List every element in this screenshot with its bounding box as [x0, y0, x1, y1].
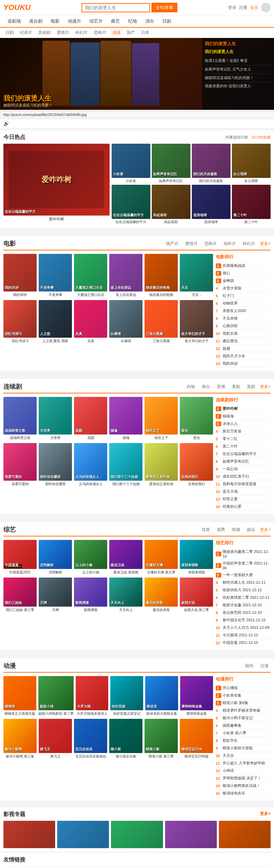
nav-zongyipian[interactable]: 综艺片: [85, 15, 107, 27]
hot-item-7[interactable]: 风起洛阳 风起洛阳: [152, 185, 190, 224]
movie-rank-9[interactable]: 9心路历程: [216, 322, 271, 330]
movie-rank-12[interactable]: 12超越: [216, 345, 271, 352]
topic-item-1[interactable]: [3, 821, 55, 848]
variety-card-5[interactable]: 主播好主播 主播好主播 第九季: [145, 540, 178, 575]
topic-item-3[interactable]: [111, 821, 163, 848]
variety-card-9[interactable]: 新闻调查 新闻调查: [74, 578, 107, 612]
movie-rank-2[interactable]: 2雄心: [216, 270, 271, 277]
sub-nav-qitaju[interactable]: 其他剧: [36, 29, 53, 36]
drama-tab-meiju[interactable]: 美剧: [230, 383, 242, 390]
anim-rank-1[interactable]: 1开心继续: [216, 684, 271, 692]
movie-card-3[interactable]: 大魔域之维口出击 大魔域之维口出击: [74, 254, 107, 297]
anim-card-8[interactable]: 路飞王 路飞王: [39, 719, 72, 759]
hot-item-featured[interactable]: 爱咋咋树 住在云端温馨的平方 爱咋咋树: [3, 144, 110, 224]
sub-nav-kongbu[interactable]: 恐怖片: [92, 29, 108, 36]
movie-tab-aiqing[interactable]: 爱情片: [183, 240, 200, 247]
anim-card-1[interactable]: 猪猪侠 猪猪侠之大英雄无敌: [3, 676, 36, 716]
search-input[interactable]: [82, 3, 150, 12]
sub-nav-aiqingpian[interactable]: 爱情片: [55, 29, 71, 36]
movie-rank-1[interactable]: 1长期视角战战: [216, 262, 271, 270]
movie-tab-kehuan[interactable]: 科幻片: [241, 240, 257, 247]
movie-card-10[interactable]: 白暴情 白暴情: [109, 300, 142, 344]
drama-rank-3[interactable]: 3冰块人人: [216, 420, 271, 428]
variety-tab-youzhi[interactable]: 优质: [200, 526, 212, 533]
drama-card-7[interactable]: 亲爱可爱的 亲爱可爱的: [3, 443, 37, 487]
movie-card-12[interactable]: 老大爷们的才子 老大爷们的才子: [180, 300, 213, 344]
movie-rank-3[interactable]: 3金蝉脱: [216, 277, 271, 285]
anim-rank-2[interactable]: 2小欢喜全集: [216, 692, 271, 699]
variety-rank-12[interactable]: 12中国音最 2021-12-10: [216, 639, 271, 647]
nav-gangtaiju[interactable]: 港台剧: [25, 15, 47, 27]
anim-rank-4[interactable]: 4精灵梦叶罗丽冰雪奇缘: [216, 707, 271, 714]
topic-more[interactable]: 更多>: [260, 811, 271, 818]
anim-card-5[interactable]: 探侦龙 探侦龙的大探险全集: [145, 676, 178, 716]
drama-card-2[interactable]: 大世界 大世界: [39, 397, 72, 440]
hot-24h-tab[interactable]: 24小时热播: [251, 135, 271, 140]
variety-card-7[interactable]: 我们三姐妹 我们三姐妹 第三季: [3, 578, 37, 612]
banner-main[interactable]: 我们的滚烫人生 她聪明活泼成练习机的亮眼！: [0, 38, 202, 110]
variety-card-3[interactable]: 云上的小偷 云上的小偷: [74, 540, 107, 575]
sub-nav-guochan[interactable]: 国产: [125, 29, 137, 36]
anim-rank-6[interactable]: 6搞怪趣事集: [216, 722, 271, 729]
anim-rank-7[interactable]: 7小欢喜 第八季: [216, 729, 271, 737]
variety-tab-qinggan[interactable]: 情感: [230, 526, 242, 533]
anim-card-6[interactable]: 莱特特殊金集 莱特特殊金集: [180, 676, 213, 716]
drama-tab-yingju[interactable]: 英剧: [245, 383, 257, 390]
hot-item-6[interactable]: 住在云端温馨的平方 住在云端温馨的平方: [112, 185, 150, 224]
drama-rank-4[interactable]: 4新百万富翁: [216, 428, 271, 435]
anim-card-7[interactable]: 银河小板鸭 银河小板鸭 第三集: [3, 719, 37, 759]
variety-card-10[interactable]: 天天向上 天天向上: [109, 578, 142, 612]
topic-item-5[interactable]: [219, 821, 271, 848]
header-register[interactable]: 注册: [239, 5, 247, 11]
movie-card-5[interactable]: 独岩最后的枪炮 独岩最后的枪炮: [145, 254, 178, 297]
animation-tab-riman[interactable]: 日漫: [258, 662, 271, 670]
drama-rank-11[interactable]: 11我和每月价格里面真: [216, 480, 271, 488]
anim-rank-8[interactable]: 8彩虹学生: [216, 737, 271, 744]
hot-item-3[interactable]: 如果声音有记忆 如果声音有记忆: [152, 144, 190, 183]
variety-card-1[interactable]: 2021-12-10 中国遥遥 中国遥遥2021: [3, 540, 37, 575]
banner-sidebar-item-1[interactable]: 抢票1元观看！全国1 粤贡: [205, 57, 271, 65]
drama-rank-12[interactable]: 12蓝天大地: [216, 488, 271, 495]
variety-card-8[interactable]: 天网 天网: [39, 578, 72, 612]
variety-rank-3[interactable]: 3一年一度喜剧大赛: [216, 571, 271, 579]
movie-card-7[interactable]: 四红书演习 四红书演习: [3, 300, 37, 344]
anim-card-3[interactable]: 斗罗大陆 斗罗大陆地龙雀传人: [76, 676, 109, 716]
banner-sidebar-item-3[interactable]: 她聪明活泼成练习机的亮眼！: [205, 74, 271, 82]
drama-rank-9[interactable]: 9一花心动: [216, 465, 271, 473]
anim-rank-12[interactable]: 12小神话: [216, 767, 271, 775]
movie-more[interactable]: 更多>: [260, 241, 271, 247]
movie-card-1[interactable]: 我的30岁 我的30岁: [3, 254, 37, 297]
sub-nav-riben[interactable]: 日本: [139, 29, 151, 36]
movie-tab-kongbu[interactable]: 恐怖片: [202, 240, 219, 247]
drama-rank-1[interactable]: 1爱咋咋树: [216, 405, 271, 413]
variety-rank-1[interactable]: 1嗨放派兴趣第二季 2021-12-10: [216, 548, 271, 560]
sub-nav-dongman[interactable]: 动漫: [110, 29, 123, 36]
movie-card-9[interactable]: 失真 失真: [74, 300, 107, 344]
movie-rank-10[interactable]: 10危机女孩: [216, 330, 271, 337]
movie-card-8[interactable]: 人之怒 人之怒 聚焦 黑暗: [39, 300, 72, 344]
hot-item-8[interactable]: 流浪地球 流浪地球: [192, 185, 231, 224]
movie-card-11[interactable]: 三角大黑幕 三角大黑幕: [145, 300, 178, 344]
movie-rank-5[interactable]: 5红子门: [216, 292, 271, 300]
drama-card-3[interactable]: 花园 花园: [74, 397, 107, 440]
movie-card-6[interactable]: 天后 天后 -: [180, 254, 213, 297]
drama-card-5[interactable]: 锦衣之下 锦衣之下: [145, 397, 178, 440]
variety-tab-yule[interactable]: 娱乐: [245, 526, 257, 533]
drama-rank-5[interactable]: 5零十二红: [216, 435, 271, 443]
drama-rank-10[interactable]: 10成长回忆亲子们: [216, 473, 271, 480]
drama-rank-13[interactable]: 13经营之爱: [216, 495, 271, 503]
header-login[interactable]: 登录: [228, 5, 236, 11]
drama-card-8[interactable]: 那时你在哪里 那时你在哪里: [39, 443, 72, 487]
anim-card-4[interactable]: 你好安妮 你好安妮之探宝记: [110, 676, 143, 716]
variety-card-4[interactable]: 案侦卫战 案侦卫战 第四期: [109, 540, 142, 575]
drama-card-9[interactable]: 义乌的玫瑰女人 义乌的玫瑰女人: [74, 443, 107, 487]
anim-rank-13[interactable]: 13罗明智慧超级 决定了！: [216, 775, 271, 782]
variety-card-12[interactable]: 诶我大说 诶我大说 第三季: [180, 578, 213, 612]
drama-card-11[interactable]: 爱来的正是时候 爱来的正是时候: [145, 443, 178, 487]
anim-rank-10[interactable]: 10天天乐: [216, 752, 271, 760]
variety-card-6[interactable]: 准我来唱歌 准我来唱歌: [180, 540, 213, 575]
header-vip[interactable]: 会员: [250, 5, 258, 11]
variety-rank-5[interactable]: 5收获供给力 2021-12-12: [216, 586, 271, 594]
drama-card-1[interactable]: 战场阵营之歌 战场阵营之歌: [3, 397, 37, 440]
anim-rank-11[interactable]: 11开心超人 入学新奇妙学校: [216, 760, 271, 767]
